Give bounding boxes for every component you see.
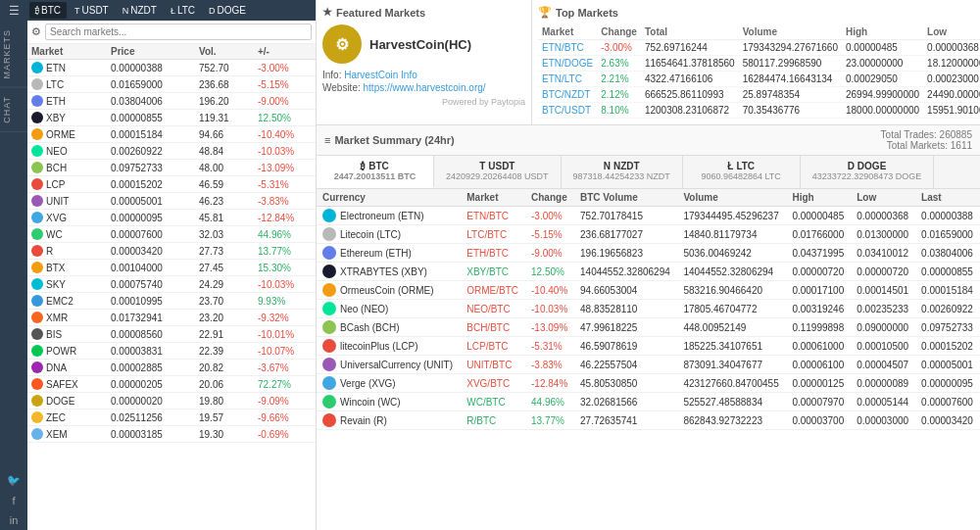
tab-ltc[interactable]: ŁLTC (165, 2, 201, 19)
market-col-7[interactable]: Last (915, 189, 980, 207)
market-row[interactable]: Ethereum (ETH) ETH/BTC -9.00% 196.196568… (317, 244, 980, 263)
sidebar-row[interactable]: WC 0.00007600 32.03 44.96% (27, 226, 316, 243)
tm-col-high[interactable]: High (842, 24, 923, 40)
price-value: 0.00000020 (111, 396, 199, 407)
sidebar-row[interactable]: ZEC 0.02511256 19.57 -9.66% (27, 410, 316, 426)
col-price[interactable]: Price (111, 46, 199, 57)
market-row[interactable]: Litecoin (LTC) LTC/BTC -5.15% 236.681770… (317, 225, 980, 244)
currency-tab-nzdt[interactable]: N NZDT 987318.44254233 NZDT (562, 156, 683, 188)
coin-label: EMC2 (46, 296, 74, 307)
featured-info-link[interactable]: HarvestCoin Info (344, 70, 416, 80)
market-col-2[interactable]: Change (525, 189, 574, 207)
top-market-row[interactable]: BTC/NZDT 2.12% 666525.86110993 25.897483… (538, 87, 980, 103)
sidebar-row[interactable]: SAFEX 0.00000205 20.06 72.27% (27, 376, 316, 393)
market-row[interactable]: Electroneum (ETN) ETN/BTC -3.00% 752.701… (317, 207, 980, 225)
coin-bullet (322, 246, 336, 260)
market-col-4[interactable]: Volume (677, 189, 786, 207)
sidebar-row[interactable]: DNA 0.00002885 20.82 -3.67% (27, 360, 316, 376)
tm-col-low[interactable]: Low (923, 24, 980, 40)
market-row[interactable]: XTRABYTES (XBY) XBY/BTC 12.50% 14044552.… (317, 263, 980, 281)
market-row[interactable]: Neo (NEO) NEO/BTC -10.03% 48.83528110 17… (317, 300, 980, 318)
market-row[interactable]: Revain (R) R/BTC 13.77% 27.72635741 8628… (317, 411, 980, 430)
tab-name: T USDT (479, 161, 514, 171)
vol-value: 23.20 (199, 313, 258, 323)
sidebar-row[interactable]: NEO 0.00260922 48.84 -10.03% (27, 143, 316, 160)
price-value: 0.00003420 (111, 246, 199, 257)
tm-total: 4322.47166106 (641, 72, 739, 87)
market-col-5[interactable]: High (786, 189, 851, 207)
tm-col-total[interactable]: Total (641, 24, 739, 40)
market-col-0[interactable]: Currency (317, 189, 461, 207)
chat-label[interactable]: CHAT (0, 88, 27, 132)
col-vol[interactable]: Vol. (199, 46, 258, 57)
sidebar-row[interactable]: ORME 0.00015184 94.66 -10.40% (27, 126, 316, 143)
tm-col-market[interactable]: Market (538, 24, 597, 40)
market-pair-cell: LCP/BTC (461, 337, 525, 356)
facebook-icon[interactable]: f (0, 491, 27, 510)
tm-col-volume[interactable]: Volume (739, 24, 842, 40)
sidebar-row[interactable]: UNIT 0.00005001 46.23 -3.83% (27, 193, 316, 210)
sidebar-row[interactable]: EMC2 0.00010995 23.70 9.93% (27, 293, 316, 310)
top-market-row[interactable]: BTC/USDT 8.10% 1200308.23106872 70.35436… (538, 103, 980, 119)
market-row[interactable]: BCash (BCH) BCH/BTC -13.09% 47.99618225 … (317, 318, 980, 337)
market-summary: ≡ Market Summary (24hr) Total Trades: 26… (317, 125, 980, 530)
currency-tab-btc[interactable]: ₿ BTC 2447.20013511 BTC (317, 156, 434, 188)
tm-col-change[interactable]: Change (597, 24, 641, 40)
search-input[interactable] (45, 24, 312, 40)
market-row[interactable]: Wincoin (WC) WC/BTC 44.96% 32.02681566 5… (317, 393, 980, 411)
currency-cell: OrmeusCoin (ORME) (317, 281, 461, 300)
tm-change: 2.12% (597, 87, 641, 103)
tm-low: 24490.00000000 (923, 87, 980, 103)
col-change[interactable]: +/- (258, 46, 312, 57)
summary-header: ≡ Market Summary (24hr) Total Trades: 26… (317, 125, 980, 156)
sidebar-row[interactable]: XEM 0.00003185 19.30 -0.69% (27, 426, 316, 443)
tab-btc[interactable]: ₿BTC (29, 2, 67, 19)
sidebar-row[interactable]: R 0.00003420 27.73 13.77% (27, 243, 316, 260)
tab-usdt[interactable]: TUSDT (69, 2, 115, 19)
tab-doge[interactable]: DDOGE (203, 2, 252, 19)
sidebar-row[interactable]: SKY 0.00075740 24.29 -10.03% (27, 276, 316, 293)
market-name: ZEC (31, 411, 111, 423)
tab-label: DOGE (858, 161, 886, 171)
currency-cell: Electroneum (ETN) (317, 207, 461, 225)
sidebar-row[interactable]: XBY 0.00000855 119.31 12.50% (27, 110, 316, 126)
sidebar-row[interactable]: ETH 0.03804006 196.20 -9.00% (27, 93, 316, 110)
currency-tab-ltc[interactable]: Ł LTC 9060.96482864 LTC (683, 156, 801, 188)
top-market-row[interactable]: ETN/DOGE 2.63% 11654641.37818560 580117.… (538, 56, 980, 72)
currency-tab-doge[interactable]: D DOGE 43233722.32908473 DOGE (801, 156, 935, 188)
settings-icon[interactable]: ⚙ (31, 25, 41, 38)
linkedin-icon[interactable]: in (0, 510, 27, 530)
sidebar-row[interactable]: ETN 0.00000388 752.70 -3.00% (27, 60, 316, 76)
tab-name: N NZDT (604, 161, 640, 171)
coin-bullet (322, 413, 336, 427)
sidebar-row[interactable]: BTX 0.00104000 27.45 15.30% (27, 260, 316, 276)
market-row[interactable]: OrmeusCoin (ORME) ORME/BTC -10.40% 94.66… (317, 281, 980, 300)
sidebar-row[interactable]: XMR 0.01732941 23.20 -9.32% (27, 310, 316, 326)
featured-website-link[interactable]: https://www.harvestcoin.org/ (364, 82, 486, 93)
sidebar-row[interactable]: XVG 0.00000095 45.81 -12.84% (27, 210, 316, 226)
sidebar-row[interactable]: LTC 0.01659000 236.68 -5.15% (27, 76, 316, 93)
sidebar-row[interactable]: DOGE 0.00000020 19.80 -9.09% (27, 393, 316, 410)
market-col-3[interactable]: BTC Volume (574, 189, 677, 207)
top-markets-panel: 🏆 Top Markets Market Change Total Volume… (532, 0, 980, 124)
sidebar-row[interactable]: LCP 0.00015202 46.59 -5.31% (27, 176, 316, 193)
currency-tab-usdt[interactable]: T USDT 2420929.20264408 USDT (434, 156, 562, 188)
change-cell: -5.15% (525, 225, 574, 244)
sidebar-row[interactable]: BCH 0.09752733 48.00 -13.09% (27, 160, 316, 176)
top-market-row[interactable]: ETN/LTC 2.21% 4322.47166106 16284474.166… (538, 72, 980, 87)
tab-nzdt[interactable]: NNZDT (117, 2, 163, 19)
market-row[interactable]: UniversalCurrency (UNIT) UNIT/BTC -3.83%… (317, 356, 980, 374)
market-row[interactable]: litecoinPlus (LCP) LCP/BTC -5.31% 46.590… (317, 337, 980, 356)
sidebar-row[interactable]: BIS 0.00008560 22.91 -10.01% (27, 326, 316, 343)
col-market[interactable]: Market (31, 46, 111, 57)
markets-label[interactable]: MARKETS (0, 22, 27, 88)
market-col-1[interactable]: Market (461, 189, 525, 207)
market-row[interactable]: Verge (XVG) XVG/BTC -12.84% 45.80530850 … (317, 374, 980, 393)
price-value: 0.00005001 (111, 196, 199, 207)
menu-icon[interactable]: ☰ (0, 0, 27, 22)
top-market-row[interactable]: ETN/BTC -3.00% 752.69716244 179343294.27… (538, 40, 980, 56)
market-col-6[interactable]: Low (851, 189, 915, 207)
sidebar-row[interactable]: POWR 0.00003831 22.39 -10.07% (27, 343, 316, 360)
twitter-icon[interactable]: 🐦 (0, 470, 27, 491)
low-cell: 0.00000368 (851, 207, 915, 225)
